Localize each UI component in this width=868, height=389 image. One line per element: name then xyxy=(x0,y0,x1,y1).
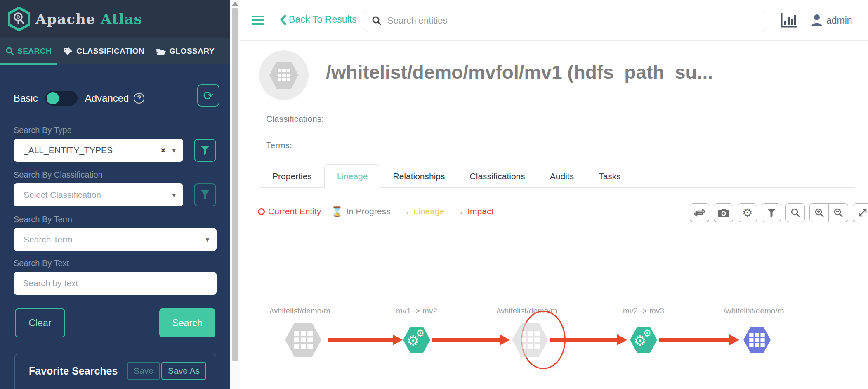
chevron-down-icon[interactable]: ▾ xyxy=(205,235,209,244)
node-label: mv1 -> mv2 xyxy=(367,306,466,315)
sidebar-nav: SEARCH CLASSIFICATION GLOSSARY xyxy=(0,38,230,64)
tab-audits[interactable]: Audits xyxy=(538,171,586,181)
camera-icon xyxy=(718,208,729,217)
type-filter-button[interactable] xyxy=(194,139,216,162)
lineage-node-hdfs-target[interactable] xyxy=(743,326,771,353)
gears-icon: ⚙⚙ xyxy=(635,332,652,348)
folder-icon xyxy=(156,47,166,55)
chevron-down-icon[interactable]: ▾ xyxy=(172,146,176,155)
lineage-edge xyxy=(550,338,617,342)
search-by-classification-label: Search By Classification xyxy=(14,170,103,180)
table-icon xyxy=(749,333,765,347)
lineage-node-process-mv2-mv3[interactable]: ⚙⚙ xyxy=(630,326,657,353)
help-icon[interactable]: ? xyxy=(134,93,144,104)
save-as-button[interactable]: Save As xyxy=(161,362,206,380)
lineage-edge-arrowhead xyxy=(393,334,403,345)
search-icon xyxy=(790,208,800,218)
lineage-arrow-icon: → xyxy=(400,206,410,217)
settings-button[interactable]: ⚙ xyxy=(738,203,757,222)
logo[interactable]: Apache Atlas xyxy=(0,0,230,38)
lineage-node-process-mv1-mv2[interactable]: ⚙⚙ xyxy=(403,326,430,353)
tab-lineage[interactable]: Lineage xyxy=(324,164,381,188)
statistics-icon[interactable] xyxy=(781,12,797,30)
logo-apache: Apache xyxy=(35,11,95,27)
sidebar-scrollbar[interactable] xyxy=(230,0,240,389)
apache-atlas-app: Apache Atlas SEARCH CLASSIFICATION GLOSS… xyxy=(0,0,868,389)
scroll-up-arrow-icon[interactable] xyxy=(232,2,238,6)
tab-classifications[interactable]: Classifications xyxy=(458,171,538,181)
term-select[interactable]: Search Term ▾ xyxy=(14,228,217,251)
lineage-edge xyxy=(432,338,500,342)
logo-atlas: Atlas xyxy=(101,11,142,27)
screenshot-button[interactable] xyxy=(714,203,733,222)
filter-lineage-button[interactable] xyxy=(762,203,781,222)
search-lineage-button[interactable] xyxy=(785,203,805,222)
scrollbar-thumb[interactable] xyxy=(232,8,238,361)
lineage-edge xyxy=(659,338,729,342)
node-label: /whitelist/demo/m... xyxy=(708,306,807,315)
gear-icon: ⚙ xyxy=(742,206,752,220)
current-entity-icon xyxy=(258,208,265,215)
table-icon xyxy=(521,331,540,349)
legend-current-entity-label: Current Entity xyxy=(268,206,321,216)
sidebar-tab-search[interactable]: SEARCH xyxy=(6,38,52,64)
user-menu[interactable]: admin xyxy=(811,14,852,26)
basic-advanced-toggle[interactable] xyxy=(45,91,78,106)
table-icon xyxy=(294,331,313,349)
main-panel: Back To Results admin xyxy=(240,0,868,389)
legend-lineage: → Lineage xyxy=(400,206,444,217)
entity-type-avatar xyxy=(259,50,309,100)
refresh-button[interactable]: ⟳ xyxy=(197,84,219,107)
topbar: Back To Results admin xyxy=(240,0,868,41)
sidebar-tab-classification-label: CLASSIFICATION xyxy=(76,47,144,56)
search-icon xyxy=(372,16,382,26)
global-search-input[interactable] xyxy=(387,15,758,26)
sidebar-tab-glossary[interactable]: GLOSSARY xyxy=(156,38,215,64)
refresh-icon: ⟳ xyxy=(203,88,213,103)
lineage-edge-arrowhead xyxy=(500,334,510,345)
legend-impact-label: Impact xyxy=(467,206,493,216)
chevron-down-icon[interactable]: ▾ xyxy=(172,191,176,199)
search-by-term-label: Search By Term xyxy=(14,215,72,224)
legend-in-progress: ⌛ In Progress xyxy=(331,206,390,217)
menu-icon[interactable] xyxy=(252,16,264,26)
search-by-text-input[interactable] xyxy=(14,272,217,295)
logo-text: Apache Atlas xyxy=(35,11,142,27)
classification-select[interactable]: Select Classification ▾ xyxy=(14,183,183,206)
gears-icon: ⚙⚙ xyxy=(408,332,425,348)
legend-lineage-label: Lineage xyxy=(413,206,444,216)
filter-icon xyxy=(767,208,776,218)
user-icon xyxy=(811,14,823,26)
tab-relationships[interactable]: Relationships xyxy=(380,171,457,181)
save-button[interactable]: Save xyxy=(127,362,160,380)
fullscreen-button[interactable] xyxy=(853,203,868,222)
terms-label: Terms: xyxy=(266,140,292,150)
username: admin xyxy=(826,15,852,26)
impact-arrow-icon: → xyxy=(454,206,464,217)
lineage-node-hdfs-current[interactable] xyxy=(285,322,321,358)
tags-icon xyxy=(63,47,73,55)
chevron-left-icon xyxy=(280,15,286,25)
favorite-searches-panel: Favorite Searches Save Save As xyxy=(14,354,216,389)
search-button[interactable]: Search xyxy=(159,308,215,337)
repeat-icon xyxy=(694,208,705,217)
node-label: /whitelist/demo/m... xyxy=(481,306,580,315)
classification-filter-button[interactable] xyxy=(194,183,216,206)
search-mode-row: Basic Advanced ? xyxy=(14,91,144,106)
favorite-searches-title: Favorite Searches xyxy=(29,365,118,377)
zoom-in-button[interactable] xyxy=(809,203,829,222)
active-tab-underline xyxy=(0,63,57,65)
back-to-results-link[interactable]: Back To Results xyxy=(280,14,356,25)
hourglass-icon: ⌛ xyxy=(331,206,343,217)
entity-tabs: Properties Lineage Relationships Classif… xyxy=(260,164,633,188)
search-icon xyxy=(6,47,14,55)
tab-tasks[interactable]: Tasks xyxy=(586,171,633,181)
clear-button[interactable]: Clear xyxy=(15,308,65,337)
back-to-results-label: Back To Results xyxy=(289,14,356,25)
sidebar-tab-classification[interactable]: CLASSIFICATION xyxy=(63,38,144,64)
clear-type-icon[interactable]: × xyxy=(160,145,165,155)
tab-properties[interactable]: Properties xyxy=(260,171,324,181)
type-select[interactable]: _ALL_ENTITY_TYPES × ▾ xyxy=(14,139,183,162)
refresh-lineage-button[interactable] xyxy=(690,203,709,222)
zoom-out-button[interactable] xyxy=(829,203,848,222)
